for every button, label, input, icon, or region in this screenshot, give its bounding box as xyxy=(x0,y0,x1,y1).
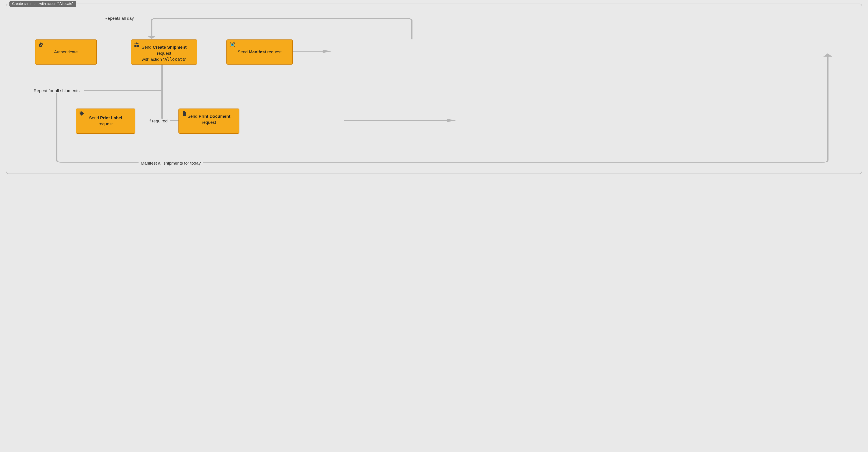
text-segment: request xyxy=(266,50,282,54)
edge-label-repeats-all-day: Repeats all day xyxy=(102,16,136,21)
box-scan-icon xyxy=(229,42,236,48)
text-segment: with action “ xyxy=(142,57,164,62)
edge-label-manifest-today: Manifest all shipments for today xyxy=(138,161,203,166)
document-icon xyxy=(181,111,187,117)
edge-label-repeat-all-shipments: Repeat for all shipments xyxy=(31,88,82,93)
text-segment: ” xyxy=(185,57,186,62)
text-bold: Print Document xyxy=(198,114,230,119)
node-manifest: Send Manifest request xyxy=(226,39,293,65)
tag-icon xyxy=(79,111,85,117)
verified-badge-icon xyxy=(38,42,44,48)
text-segment: Send xyxy=(142,45,153,50)
frame-title: Create shipment with action " Allocate" xyxy=(12,2,73,6)
text-bold: Print Label xyxy=(100,116,122,120)
text-segment: request xyxy=(98,122,113,126)
text-segment: Send xyxy=(89,116,100,120)
text-segment: request xyxy=(202,120,216,125)
connector-layer xyxy=(6,4,862,174)
text-segment: Send xyxy=(187,114,198,119)
node-print-label: Send Print Label request xyxy=(76,109,135,133)
node-create-shipment: Send Create Shipment request with action… xyxy=(131,39,197,65)
text-bold: Manifest xyxy=(249,50,266,54)
frame-title-pill: Create shipment with action " Allocate" xyxy=(9,1,76,7)
node-authenticate: Authenticate xyxy=(35,39,97,65)
node-print-document: Send Print Document request xyxy=(179,109,240,133)
edge-label-if-required: If required xyxy=(146,119,170,124)
svg-rect-1 xyxy=(232,43,233,44)
text-code: Allocate xyxy=(164,57,185,62)
text-segment: Send xyxy=(238,50,249,54)
text-segment: request xyxy=(157,51,171,56)
package-plus-icon xyxy=(134,42,140,48)
text-bold: Create Shipment xyxy=(153,45,187,50)
node-authenticate-label: Authenticate xyxy=(54,49,78,55)
diagram-frame: Create shipment with action " Allocate" xyxy=(6,4,862,174)
